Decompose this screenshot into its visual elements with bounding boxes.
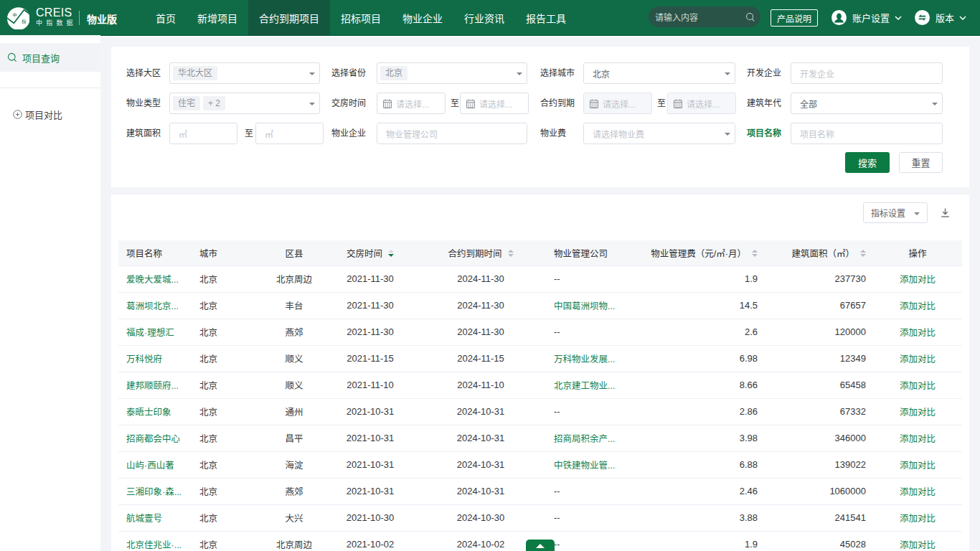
svg-text:中: 中 bbox=[12, 12, 17, 18]
svg-text:指: 指 bbox=[22, 19, 26, 24]
